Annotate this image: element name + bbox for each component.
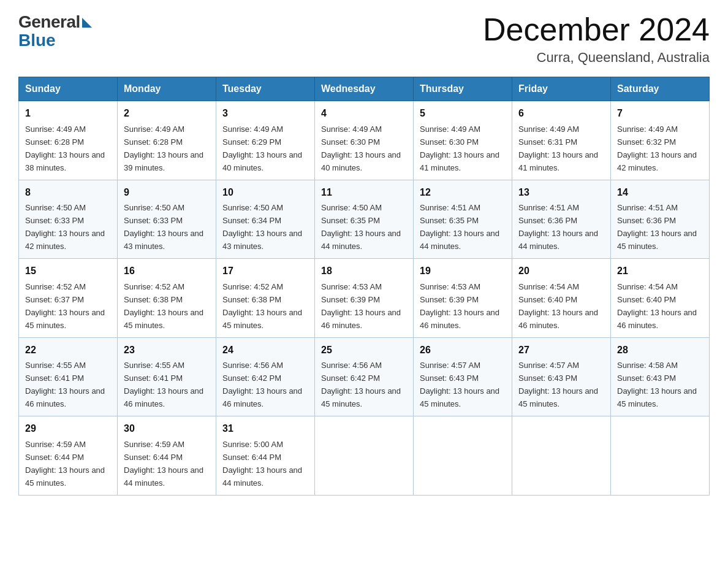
calendar-day-cell: 11Sunrise: 4:50 AMSunset: 6:35 PMDayligh… [315, 180, 414, 258]
day-info: Sunrise: 4:52 AMSunset: 6:37 PMDaylight:… [25, 282, 105, 330]
day-number: 25 [321, 343, 407, 358]
day-number: 30 [124, 421, 210, 437]
day-info: Sunrise: 4:59 AMSunset: 6:44 PMDaylight:… [124, 440, 203, 488]
calendar-day-cell: 27Sunrise: 4:57 AMSunset: 6:43 PMDayligh… [512, 337, 611, 416]
col-sunday: Sunday [19, 77, 118, 101]
day-info: Sunrise: 4:53 AMSunset: 6:39 PMDaylight:… [321, 282, 401, 330]
calendar-day-cell: 16Sunrise: 4:52 AMSunset: 6:38 PMDayligh… [118, 259, 216, 337]
calendar-day-cell: 1Sunrise: 4:49 AMSunset: 6:28 PMDaylight… [19, 101, 118, 180]
calendar-day-cell: 28Sunrise: 4:58 AMSunset: 6:43 PMDayligh… [611, 337, 710, 416]
calendar-day-cell: 14Sunrise: 4:51 AMSunset: 6:36 PMDayligh… [611, 180, 710, 258]
day-info: Sunrise: 4:49 AMSunset: 6:28 PMDaylight:… [25, 124, 105, 172]
day-number: 24 [222, 343, 308, 358]
calendar-day-cell: 17Sunrise: 4:52 AMSunset: 6:38 PMDayligh… [216, 259, 315, 337]
day-number: 3 [222, 106, 308, 121]
calendar-day-cell: 26Sunrise: 4:57 AMSunset: 6:43 PMDayligh… [414, 337, 512, 416]
calendar-day-cell: 20Sunrise: 4:54 AMSunset: 6:40 PMDayligh… [512, 259, 611, 337]
day-info: Sunrise: 5:00 AMSunset: 6:44 PMDaylight:… [222, 440, 302, 488]
day-number: 20 [518, 264, 604, 279]
day-number: 28 [617, 343, 703, 358]
calendar-week-row: 15Sunrise: 4:52 AMSunset: 6:37 PMDayligh… [19, 259, 710, 337]
day-number: 26 [420, 343, 506, 358]
logo-area: General Blue [18, 12, 92, 50]
calendar-day-cell: 21Sunrise: 4:54 AMSunset: 6:40 PMDayligh… [611, 259, 710, 337]
day-number: 2 [124, 106, 210, 121]
calendar-day-cell: 18Sunrise: 4:53 AMSunset: 6:39 PMDayligh… [315, 259, 414, 337]
calendar-day-cell: 3Sunrise: 4:49 AMSunset: 6:29 PMDaylight… [216, 101, 315, 180]
calendar-day-cell: 31Sunrise: 5:00 AMSunset: 6:44 PMDayligh… [216, 416, 315, 495]
logo-arrow-icon [82, 18, 92, 28]
day-info: Sunrise: 4:58 AMSunset: 6:43 PMDaylight:… [617, 361, 697, 408]
calendar-day-cell [611, 416, 710, 495]
day-info: Sunrise: 4:49 AMSunset: 6:28 PMDaylight:… [124, 124, 203, 172]
logo-general-text: General [18, 12, 80, 32]
calendar-day-cell: 7Sunrise: 4:49 AMSunset: 6:32 PMDaylight… [611, 101, 710, 180]
day-number: 14 [617, 185, 703, 201]
day-number: 23 [124, 343, 210, 358]
day-number: 5 [420, 106, 506, 121]
header-row: Sunday Monday Tuesday Wednesday Thursday… [19, 77, 710, 101]
day-info: Sunrise: 4:57 AMSunset: 6:43 PMDaylight:… [420, 361, 499, 408]
day-info: Sunrise: 4:50 AMSunset: 6:34 PMDaylight:… [222, 203, 302, 251]
calendar-day-cell: 15Sunrise: 4:52 AMSunset: 6:37 PMDayligh… [19, 259, 118, 337]
calendar-day-cell: 29Sunrise: 4:59 AMSunset: 6:44 PMDayligh… [19, 416, 118, 495]
col-friday: Friday [512, 77, 611, 101]
day-number: 13 [518, 185, 604, 201]
calendar-week-row: 1Sunrise: 4:49 AMSunset: 6:28 PMDaylight… [19, 101, 710, 180]
day-info: Sunrise: 4:51 AMSunset: 6:35 PMDaylight:… [420, 203, 499, 251]
day-info: Sunrise: 4:54 AMSunset: 6:40 PMDaylight:… [617, 282, 697, 330]
day-number: 10 [222, 185, 308, 201]
col-wednesday: Wednesday [315, 77, 414, 101]
day-info: Sunrise: 4:53 AMSunset: 6:39 PMDaylight:… [420, 282, 499, 330]
day-info: Sunrise: 4:54 AMSunset: 6:40 PMDaylight:… [518, 282, 598, 330]
calendar-week-row: 29Sunrise: 4:59 AMSunset: 6:44 PMDayligh… [19, 416, 710, 495]
day-info: Sunrise: 4:59 AMSunset: 6:44 PMDaylight:… [25, 440, 105, 488]
col-saturday: Saturday [611, 77, 710, 101]
calendar-day-cell: 24Sunrise: 4:56 AMSunset: 6:42 PMDayligh… [216, 337, 315, 416]
day-number: 17 [222, 264, 308, 279]
day-info: Sunrise: 4:55 AMSunset: 6:41 PMDaylight:… [25, 361, 105, 408]
day-info: Sunrise: 4:50 AMSunset: 6:33 PMDaylight:… [124, 203, 203, 251]
logo: General [18, 12, 92, 32]
calendar-day-cell: 5Sunrise: 4:49 AMSunset: 6:30 PMDaylight… [414, 101, 512, 180]
page-header: General Blue December 2024 Curra, Queens… [18, 12, 710, 66]
day-info: Sunrise: 4:49 AMSunset: 6:31 PMDaylight:… [518, 124, 598, 172]
calendar-day-cell [512, 416, 611, 495]
day-info: Sunrise: 4:56 AMSunset: 6:42 PMDaylight:… [321, 361, 401, 408]
calendar-day-cell [414, 416, 512, 495]
day-number: 19 [420, 264, 506, 279]
day-number: 11 [321, 185, 407, 201]
calendar-day-cell: 9Sunrise: 4:50 AMSunset: 6:33 PMDaylight… [118, 180, 216, 258]
calendar-day-cell: 13Sunrise: 4:51 AMSunset: 6:36 PMDayligh… [512, 180, 611, 258]
calendar-day-cell [315, 416, 414, 495]
day-info: Sunrise: 4:56 AMSunset: 6:42 PMDaylight:… [222, 361, 302, 408]
day-number: 8 [25, 185, 111, 201]
calendar-day-cell: 19Sunrise: 4:53 AMSunset: 6:39 PMDayligh… [414, 259, 512, 337]
col-tuesday: Tuesday [216, 77, 315, 101]
calendar-header: Sunday Monday Tuesday Wednesday Thursday… [19, 77, 710, 101]
day-number: 12 [420, 185, 506, 201]
day-number: 6 [518, 106, 604, 121]
day-info: Sunrise: 4:55 AMSunset: 6:41 PMDaylight:… [124, 361, 203, 408]
day-info: Sunrise: 4:49 AMSunset: 6:30 PMDaylight:… [420, 124, 499, 172]
day-info: Sunrise: 4:52 AMSunset: 6:38 PMDaylight:… [124, 282, 203, 330]
calendar-day-cell: 30Sunrise: 4:59 AMSunset: 6:44 PMDayligh… [118, 416, 216, 495]
day-number: 21 [617, 264, 703, 279]
day-number: 16 [124, 264, 210, 279]
logo-blue-text: Blue [18, 31, 56, 50]
day-number: 27 [518, 343, 604, 358]
day-info: Sunrise: 4:49 AMSunset: 6:29 PMDaylight:… [222, 124, 302, 172]
calendar-table: Sunday Monday Tuesday Wednesday Thursday… [18, 77, 710, 495]
day-number: 7 [617, 106, 703, 121]
calendar-week-row: 22Sunrise: 4:55 AMSunset: 6:41 PMDayligh… [19, 337, 710, 416]
calendar-day-cell: 2Sunrise: 4:49 AMSunset: 6:28 PMDaylight… [118, 101, 216, 180]
day-number: 15 [25, 264, 111, 279]
day-info: Sunrise: 4:50 AMSunset: 6:33 PMDaylight:… [25, 203, 105, 251]
col-monday: Monday [118, 77, 216, 101]
calendar-week-row: 8Sunrise: 4:50 AMSunset: 6:33 PMDaylight… [19, 180, 710, 258]
title-section: December 2024 Curra, Queensland, Austral… [483, 12, 710, 66]
day-info: Sunrise: 4:51 AMSunset: 6:36 PMDaylight:… [617, 203, 697, 251]
calendar-day-cell: 6Sunrise: 4:49 AMSunset: 6:31 PMDaylight… [512, 101, 611, 180]
location-text: Curra, Queensland, Australia [483, 50, 710, 66]
calendar-body: 1Sunrise: 4:49 AMSunset: 6:28 PMDaylight… [19, 101, 710, 495]
